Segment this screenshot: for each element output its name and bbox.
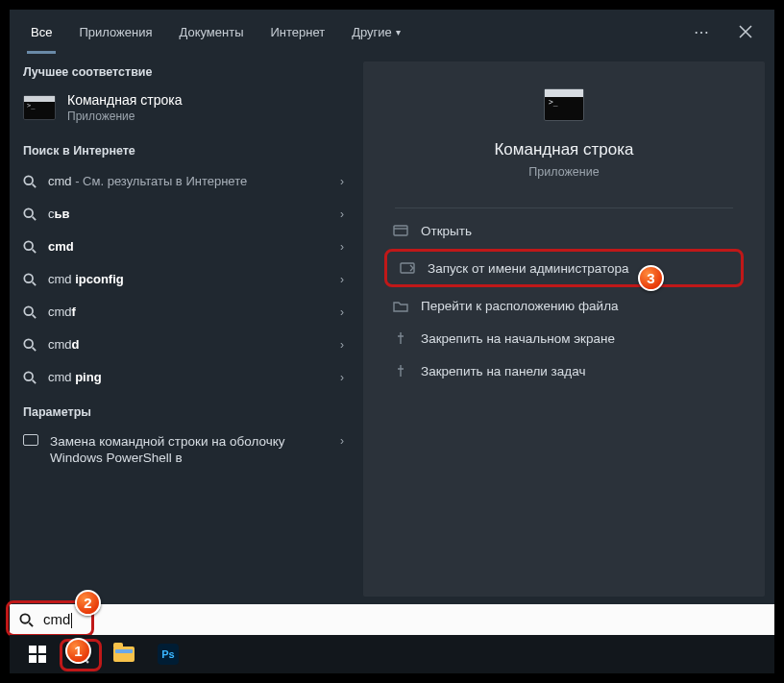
separator [395,207,732,208]
preview-subtitle: Приложение [528,165,599,179]
search-icon [23,273,37,286]
chevron-right-icon: › [340,240,344,254]
preview-panel: Командная строка Приложение Открыть Запу… [363,61,765,597]
search-icon [23,240,37,254]
web-result[interactable]: cmdd › [10,329,357,361]
tab-apps[interactable]: Приложения [65,10,165,54]
web-result[interactable]: cmd ipconfig › [10,263,357,296]
result-label: cmd ipconfig [48,272,334,287]
web-result[interactable]: cmd › [10,231,357,263]
cmd-icon [23,95,56,120]
result-label: cmdd [48,337,334,353]
svg-point-2 [24,241,33,250]
action-open[interactable]: Открыть [384,214,744,247]
pin-icon [390,330,411,346]
svg-point-5 [24,339,33,348]
svg-rect-12 [29,655,37,663]
windows-icon [29,646,46,663]
svg-rect-8 [401,263,414,273]
taskbar-explorer-button[interactable] [102,635,146,673]
start-button[interactable] [15,635,60,673]
chevron-right-icon: › [340,371,344,384]
more-options-button[interactable]: ⋯ [680,23,724,41]
search-icon [23,305,37,319]
chevron-right-icon: › [340,305,344,319]
close-icon [739,25,752,38]
action-pin-start[interactable]: Закрепить на начальном экране [384,322,744,354]
group-best-match: Лучшее соответствие [10,54,357,86]
svg-rect-13 [38,655,46,663]
search-icon [23,207,37,221]
group-web-search: Поиск в Интернете [10,133,357,165]
tab-documents[interactable]: Документы [165,10,257,54]
action-open-file-location[interactable]: Перейти к расположению файла [384,289,744,322]
callout-3: 3 [638,265,664,291]
result-label: cmd ping [48,370,334,385]
pin-icon [390,363,411,378]
chevron-right-icon: › [340,207,344,221]
chevron-right-icon: › [340,434,344,467]
tab-other[interactable]: Другие▾ [338,10,414,54]
svg-point-1 [24,208,33,217]
close-button[interactable] [724,10,767,54]
search-filter-tabs: Все Приложения Документы Интернет Другие… [10,10,774,54]
highlight-run-as-admin: Запуск от имени администратора [384,249,744,287]
web-result[interactable]: cmdf › [10,296,357,329]
results-panel: Лучшее соответствие Командная строка При… [10,54,357,604]
chevron-right-icon: › [340,175,344,188]
svg-point-6 [24,372,33,380]
result-label: cmdf [48,305,334,320]
chevron-right-icon: › [340,338,344,352]
taskbar: Ps [10,635,774,673]
preview-title: Командная строка [494,140,633,159]
shield-icon [397,260,418,276]
settings-item-icon [23,434,38,446]
action-run-as-admin[interactable]: Запуск от имени администратора [391,254,737,282]
svg-point-4 [24,306,33,315]
open-icon [390,223,411,238]
best-match-subtitle: Приложение [67,110,182,123]
svg-point-0 [24,176,33,184]
svg-rect-10 [29,646,37,653]
svg-rect-11 [38,646,46,653]
search-icon [23,338,37,352]
folder-icon [113,646,135,662]
callout-1: 1 [65,638,91,664]
photoshop-icon: Ps [158,644,179,665]
search-icon [23,371,37,384]
taskbar-photoshop-button[interactable]: Ps [146,635,190,673]
chevron-down-icon: ▾ [396,27,401,37]
cmd-icon [544,88,584,121]
result-label: Замена командной строки на оболочку Wind… [50,434,334,467]
web-result[interactable]: cmd ping › [10,361,357,394]
result-label: cmd [48,239,334,255]
result-label: cmd - См. результаты в Интернете [48,174,334,189]
svg-rect-7 [394,226,407,235]
web-result[interactable]: сьв › [10,198,357,231]
settings-result[interactable]: Замена командной строки на оболочку Wind… [10,427,357,475]
best-match-title: Командная строка [67,92,182,108]
group-settings: Параметры [10,394,357,427]
best-match-item[interactable]: Командная строка Приложение [10,86,357,133]
search-icon [23,175,37,188]
result-label: сьв [48,207,334,222]
web-result[interactable]: cmd - См. результаты в Интернете › [10,165,357,198]
tab-internet[interactable]: Интернет [257,10,338,54]
folder-icon [390,298,411,313]
search-icon [19,613,34,627]
action-pin-taskbar[interactable]: Закрепить на панели задач [384,354,744,387]
search-input[interactable]: cmd [10,604,774,635]
callout-2: 2 [75,590,101,616]
svg-point-3 [24,274,33,282]
search-input-value: cmd [43,611,72,628]
chevron-right-icon: › [340,273,344,286]
svg-point-9 [20,614,29,622]
tab-all[interactable]: Все [17,10,65,54]
